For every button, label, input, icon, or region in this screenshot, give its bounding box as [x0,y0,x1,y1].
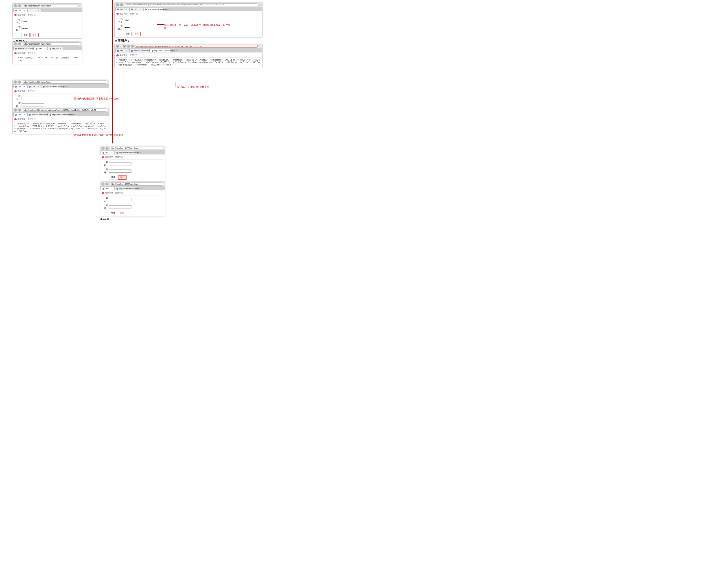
url-bar-r1[interactable]: http://localhost:8080/user/login?targetU… [124,3,258,6]
account-input-1[interactable] [22,20,44,23]
tab-articl-4[interactable]: http://localhost:8080/articl ✕ [27,113,48,116]
panel-other-url: ‹ › http://localhost:8080/article-catego… [12,108,109,134]
arrow-v-r2 [175,82,175,87]
tab-add-4[interactable]: + [69,113,72,116]
tab-add-3[interactable]: + [62,85,65,88]
tab-close-5b[interactable]: ✕ [140,152,142,154]
tab-jquer-r2[interactable]: http://localhost:8080/jquer ✕ [150,49,170,52]
logout-btn-5[interactable]: 退出 [118,175,127,180]
tab-close-5a[interactable]: ✕ [111,152,113,154]
tab-close-3a[interactable]: ✕ [24,86,25,88]
tab-jquer-4[interactable]: http://localhost:8080/jquer ✕ [48,113,68,116]
tab-jquer-r1[interactable]: http://localhost:8080/jquer ✕ [143,8,164,11]
url-bar-4[interactable]: http://localhost:8080/article-category/o… [22,109,107,112]
tab-title-r1a[interactable]: Title ✕ [116,8,129,11]
tab-title-r2a[interactable]: Title ✕ [116,49,129,52]
tab-url-long-1[interactable]: http://localhost:8080/user/l ✕ [13,47,34,50]
tab-close-6a[interactable]: ✕ [111,188,113,190]
tab-close-btn[interactable]: ✕ [24,9,25,11]
account-input-3[interactable] [22,96,44,99]
tabs-3: Title ✕ Title ✕ http://localhost:8080/jq… [13,85,109,88]
tab-title-2b[interactable]: Title ✕ [34,47,48,50]
back-btn-4[interactable]: ‹ [14,109,17,112]
tab-title-3b[interactable]: Title ✕ [27,85,41,88]
tab-close-r1c[interactable]: ✕ [169,8,171,10]
tab-articl-r2[interactable]: http://localhost:8080/articl ✕ [129,49,150,52]
login-btn-5[interactable]: 登录 [109,175,117,180]
url-bar-r2[interactable]: http://localhost:8080/article-category/o… [135,45,258,48]
tab-close-2c[interactable]: ✕ [60,48,61,50]
url-bar-1[interactable]: http://localhost:8080/user/login [22,4,77,7]
logout-btn-r1[interactable]: 退出 [133,32,141,36]
forward-btn-6[interactable]: › [105,183,109,186]
forward-btn-5[interactable]: › [105,147,109,150]
tab-close-3b[interactable]: ✕ [38,86,39,88]
forward-btn[interactable]: › [18,4,21,7]
forward-btn-r1[interactable]: › [120,3,123,6]
password-input-5[interactable] [109,170,131,173]
tab-close-r1a[interactable]: ✕ [126,8,127,10]
forward-btn-2[interactable]: › [18,42,21,46]
logout-btn-1[interactable]: 退出 [31,33,39,37]
forward-btn-4[interactable]: › [18,109,21,112]
tab-url-2c[interactable]: http://loc ✕ [48,47,63,50]
tab-close-r1b[interactable]: ✕ [140,8,141,10]
tab-close-r2c[interactable]: ✕ [176,50,177,52]
tab-title-5a[interactable]: Title ✕ [101,151,114,154]
back-btn-r1[interactable]: ‹ [116,3,119,6]
tab-close-2b[interactable]: ✕ [44,48,46,50]
back-btn-6[interactable]: ‹ [101,183,105,186]
tab-artic-5[interactable]: http://localhost:8080/artic ✕ [115,151,135,154]
browser-content-1: 电信党举—管理平台 账号： 密码： 登录 退出 [13,12,82,38]
password-input-3[interactable] [22,103,44,107]
tab-close-btn-2[interactable]: ✕ [38,9,39,11]
password-input-1[interactable] [22,27,44,30]
reload-btn-r2[interactable]: ↻ [123,45,126,48]
account-input-5[interactable] [109,162,131,166]
account-input-r1[interactable] [124,19,146,22]
tabs-5: Title ✕ http://localhost:8080/artic ✕ [100,151,165,155]
password-input-6[interactable] [109,205,131,209]
account-label: 账号： [14,18,21,25]
tab-title-r1b[interactable]: Title ✕ [129,8,143,11]
account-label-6: 账号： [102,197,108,203]
dl-btn-r2[interactable]: ↓ [131,45,134,48]
tab-favicon-2c [50,48,51,50]
back-btn-r2[interactable]: ‹ [116,45,119,48]
back-btn[interactable]: ‹ [14,4,17,7]
account-input-6[interactable] [109,198,131,201]
tab-title-3a[interactable]: Title ✕ [13,85,27,88]
back-btn-5[interactable]: ‹ [101,147,105,150]
tab-jquer-3[interactable]: http://localhost:8080/jquer ✕ [41,85,61,88]
url-bar-6[interactable]: http://localhost:8080/user/login [109,183,163,186]
account-label-5: 账号： [102,161,108,167]
forward-btn-r2[interactable]: › [127,45,130,48]
url-bar-3[interactable]: http://localhost:8080/user/login [22,81,107,84]
tab-ht[interactable]: ht ✕ [27,9,41,12]
login-btn-6[interactable]: 登录 [109,211,117,215]
tab-label-r2c: http://localhost:8080/jquer [154,50,175,52]
tab-close-4a[interactable]: ✕ [24,114,25,116]
back-btn-3[interactable]: ‹ [14,81,17,84]
tab-articl-6[interactable]: http://localhost:8080/articl ✕ [115,187,135,190]
tab-close-3c[interactable]: ✕ [67,86,69,88]
tab-close-4c[interactable]: ✕ [74,114,75,116]
url-bar-5[interactable]: http://localhost:8080/user/login [109,147,163,150]
logout-btn-6[interactable]: 退出 [118,211,126,215]
back-btn-2[interactable]: ‹ [14,42,17,46]
site-title-r2: 电信党举—管理平台 [120,54,138,57]
tab-close-r2a[interactable]: ✕ [126,50,127,52]
tabs-r2: Title ✕ http://localhost:8080/articl ✕ h… [115,49,262,52]
forward-btn-3[interactable]: › [18,81,21,84]
login-btn-1[interactable]: 登录 [22,33,30,37]
tab-title-6a[interactable]: Title ✕ [101,187,114,190]
url-bar-2[interactable]: http://localhost:8080/user/login [22,42,80,46]
browser-content-4: 电信党举—管理平台 {"result":{"id":"c08d391e02bc1… [13,116,109,134]
json-response-r2: {"result":{"id":"c08d391e02bc11eb9416b42… [116,59,260,66]
tab-title-1[interactable]: Title ✕ [13,9,27,12]
password-input-r1[interactable] [124,26,146,29]
tab-close-6b[interactable]: ✕ [140,188,142,190]
tab-title-4a[interactable]: Title ✕ [13,113,27,116]
password-label-3: 密码： [14,102,21,108]
login-btn-r1[interactable]: 登录 [124,32,132,36]
